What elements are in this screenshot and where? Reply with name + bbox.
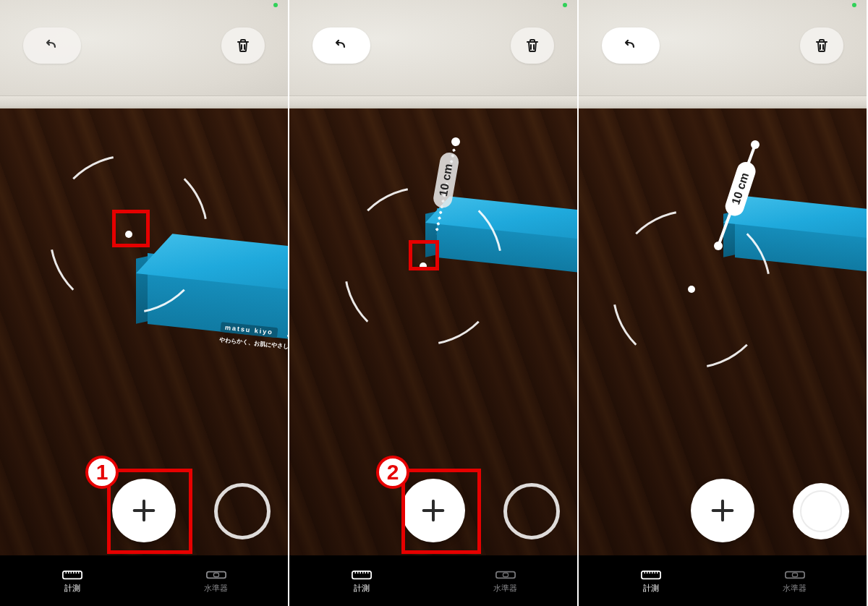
trash-button[interactable] [221, 27, 265, 64]
add-point-button[interactable] [401, 479, 465, 542]
svg-rect-8 [792, 573, 797, 576]
undo-button[interactable] [23, 27, 81, 64]
tab-level-label: 水準器 [204, 583, 228, 594]
measurement-end-point [714, 242, 723, 250]
trash-icon [813, 37, 830, 54]
bottom-tab-bar: 計測 水準器 [289, 555, 577, 606]
camera-active-indicator [852, 3, 856, 7]
bottom-tab-bar: 計測 水準器 [579, 555, 867, 606]
add-point-button[interactable] [112, 479, 176, 542]
tab-level[interactable]: 水準器 [433, 555, 577, 606]
level-icon [785, 568, 805, 581]
shutter-ring-icon [793, 483, 849, 539]
undo-icon [43, 37, 61, 54]
plus-icon [419, 496, 448, 525]
svg-rect-5 [503, 573, 508, 576]
tab-level-label: 水準器 [493, 583, 517, 594]
ruler-icon [641, 568, 661, 581]
screenshot-panel-1: matsu kiyo SOFTIM やわらかく、お肌にやさしい 計測 [0, 0, 289, 606]
svg-rect-2 [213, 573, 218, 576]
bottom-tab-bar: 計測 水準器 [0, 555, 288, 606]
shutter-ring-icon [503, 483, 560, 539]
undo-button[interactable] [312, 27, 370, 64]
level-icon [495, 568, 516, 581]
tab-measure[interactable]: 計測 [289, 555, 433, 606]
tab-measure-label: 計測 [354, 583, 370, 594]
ruler-icon [62, 568, 82, 581]
camera-active-indicator [563, 3, 567, 7]
shutter-button[interactable] [503, 483, 560, 539]
shutter-button[interactable] [793, 483, 849, 539]
tab-level[interactable]: 水準器 [723, 555, 867, 606]
level-icon [206, 568, 226, 581]
tab-measure[interactable]: 計測 [0, 555, 144, 606]
trash-button[interactable] [511, 27, 554, 64]
tab-level-label: 水準器 [783, 583, 807, 594]
tab-measure-label: 計測 [643, 583, 659, 594]
undo-button[interactable] [602, 27, 660, 64]
screenshot-panel-2: 10 cm 計測 水準器 2 [289, 0, 579, 606]
camera-active-indicator [273, 3, 278, 7]
trash-button[interactable] [800, 27, 843, 64]
ruler-icon [352, 568, 372, 581]
undo-icon [333, 37, 350, 54]
trash-icon [234, 37, 252, 54]
add-point-button[interactable] [691, 479, 754, 542]
tab-measure[interactable]: 計測 [579, 555, 723, 606]
product-logo: matsu kiyo [220, 322, 278, 338]
trash-icon [524, 37, 541, 54]
screenshot-panel-3: 10 cm 計測 水準器 [579, 0, 868, 606]
plus-icon [129, 496, 158, 525]
shutter-ring-icon [214, 483, 271, 539]
plus-icon [708, 496, 737, 525]
tab-measure-label: 計測 [64, 583, 80, 594]
tab-level[interactable]: 水準器 [144, 555, 288, 606]
shutter-button[interactable] [214, 483, 271, 539]
undo-icon [622, 37, 639, 54]
